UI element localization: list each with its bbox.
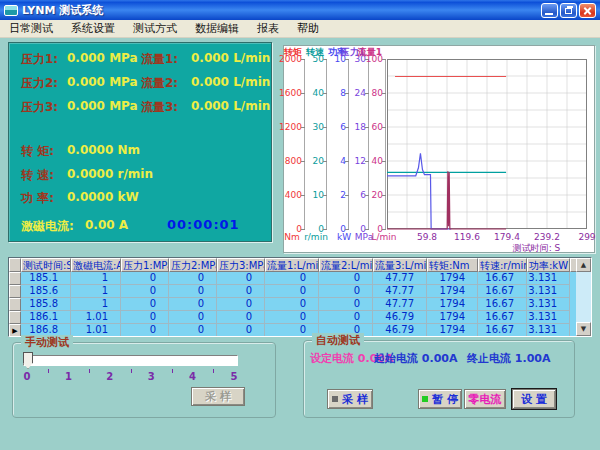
slider-minor-tick [89,369,90,373]
row-selector-cell[interactable] [9,311,21,324]
flow3-label: 流量3: [141,99,178,116]
table-cell: 3.131 [527,324,570,337]
current-slider-thumb[interactable] [23,352,33,369]
y-axis-tick-label: 10 [301,190,324,200]
y-axis-tick-label: 1600 [279,88,302,98]
y-axis-tick-label: 40 [360,156,383,166]
table-cell: 0 [319,272,373,285]
table-cell: 0 [217,285,265,298]
menu-system-setup[interactable]: 系统设置 [62,20,124,37]
table-cell: 1794 [427,272,478,285]
table-cell: 3.131 [527,298,570,311]
close-button[interactable] [579,3,596,18]
manual-test-group: 手动测试 012345 采 样 [12,342,276,418]
data-table: 测试时间:S激磁电流:A压力1:MPa压力2:MPa压力3:MPa流量1:L/m… [8,257,592,337]
table-scrollbar[interactable]: ▲▼ [576,258,591,336]
menu-help[interactable]: 帮助 [288,20,328,37]
menu-test-mode[interactable]: 测试方式 [124,20,186,37]
column-header[interactable]: 转速:r/min [478,258,527,272]
torque-value: 0.0000 Nm [67,143,140,157]
start-current-field: 起始电流 0.00A [374,351,458,366]
table-cell: 0 [217,298,265,311]
manual-sample-button[interactable]: 采 样 [191,387,245,406]
table-cell: 16.67 [478,285,527,298]
zero-current-button[interactable]: 零电流 [464,389,506,409]
menu-bar: 日常测试 系统设置 测试方式 数据编辑 报表 帮助 [0,20,600,38]
table-row[interactable]: 185.810000047.77179416.673.131 [9,298,591,311]
scroll-up-button[interactable]: ▲ [576,258,591,272]
pressure2-value: 0.000 MPa [67,75,138,89]
table-cell: 0 [121,324,169,337]
chart-panel: 转矩2000160012008004000Nm转速50403020100r/mi… [283,45,595,253]
table-row[interactable]: 185.610000047.77179416.673.131 [9,285,591,298]
column-header[interactable]: 压力3:MPa [217,258,265,272]
row-selector-cell[interactable] [9,285,21,298]
column-header[interactable]: 转矩:Nm [427,258,478,272]
table-cell: 0 [121,311,169,324]
table-cell: 3.131 [527,272,570,285]
table-cell: 1.01 [71,311,121,324]
slider-minor-tick [213,369,214,373]
row-selector-cell[interactable] [9,272,21,285]
pressure1-value: 0.000 MPa [67,51,138,65]
y-axis-tick-mark [382,127,386,128]
menu-data-edit[interactable]: 数据编辑 [186,20,248,37]
column-header[interactable]: 流量2:L/min [319,258,373,272]
y-axis-tick-mark [382,93,386,94]
table-cell: 1 [71,272,121,285]
table-cell: 47.77 [373,272,427,285]
column-header[interactable]: 压力2:MPa [169,258,217,272]
table-cell: 0 [319,285,373,298]
auto-test-title: 自动测试 [312,333,364,348]
table-header-row: 测试时间:S激磁电流:A压力1:MPa压力2:MPa压力3:MPa流量1:L/m… [9,258,591,272]
column-header[interactable]: 压力1:MPa [121,258,169,272]
table-cell: 16.67 [478,272,527,285]
scroll-down-button[interactable]: ▼ [576,322,591,336]
pressure1-label: 压力1: [21,51,58,68]
slider-tick-label: 0 [20,371,34,382]
x-axis-tick-label: 59.8 [410,232,444,242]
restore-button[interactable] [560,3,577,18]
table-cell: 1794 [427,298,478,311]
settings-button[interactable]: 设 置 [512,389,556,409]
slider-tick-label: 2 [103,371,117,382]
table-row[interactable]: ▶186.81.010000046.79179416.673.131 [9,324,591,337]
table-cell: 3.131 [527,311,570,324]
row-selector-cell[interactable] [9,298,21,311]
table-row[interactable]: 185.110000047.77179416.673.131 [9,272,591,285]
y-axis-tick-mark [382,59,386,60]
table-cell: 0 [169,285,217,298]
menu-daily-test[interactable]: 日常测试 [0,20,62,37]
sample-indicator-icon [332,396,338,402]
auto-sample-button[interactable]: 采 样 [327,389,373,409]
table-cell: 0 [217,324,265,337]
column-header[interactable]: 功率:kW [527,258,570,272]
column-header[interactable]: 流量1:L/min [265,258,319,272]
y-axis-tick-mark [382,161,386,162]
table-cell: 47.77 [373,285,427,298]
table-cell: 185.1 [21,272,71,285]
menu-report[interactable]: 报表 [248,20,288,37]
y-axis-tick-label: 30 [301,122,324,132]
table-cell: 0 [265,324,319,337]
current-slider-track[interactable] [23,355,238,366]
row-selector-cell[interactable]: ▶ [9,324,21,337]
slider-tick-label: 5 [227,371,241,382]
slider-minor-tick [48,369,49,373]
y-axis-tick-label: 60 [360,122,383,132]
slider-minor-tick [131,369,132,373]
speed-value: 0.0000 r/min [67,167,153,181]
row-selector-header[interactable] [9,258,21,272]
table-row[interactable]: 186.11.010000046.79179416.673.131 [9,311,591,324]
title-bar[interactable]: LYNM 测试系统 [0,0,600,20]
x-axis-tick-label: 179.4 [490,232,524,242]
slider-tick-label: 4 [186,371,200,382]
column-header[interactable]: 测试时间:S [21,258,71,272]
minimize-button[interactable] [541,3,558,18]
table-cell: 47.77 [373,298,427,311]
column-header[interactable]: 流量3:L/min [373,258,427,272]
pressure2-label: 压力2: [21,75,58,92]
pause-button[interactable]: 暂 停 [418,389,462,409]
flow1-value: 0.000 L/min [191,51,270,65]
column-header[interactable]: 激磁电流:A [71,258,121,272]
